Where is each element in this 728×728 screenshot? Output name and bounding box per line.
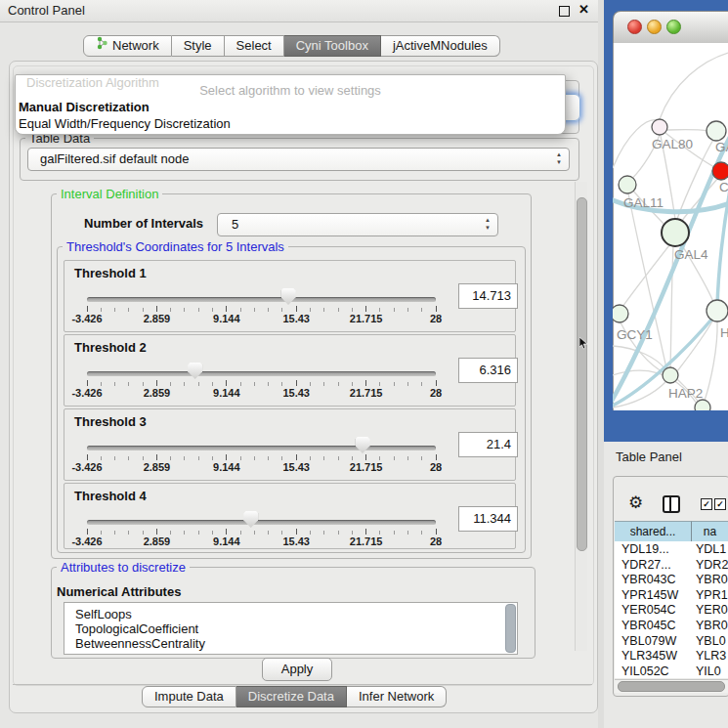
algorithm-dropdown-popup: Discretization Algorithm Select algorith… bbox=[15, 74, 566, 135]
table-cell-shared: YER054C bbox=[621, 603, 676, 617]
stepper-arrows-icon[interactable]: ▲▼ bbox=[556, 150, 562, 166]
gcy1-label: GCY1 bbox=[617, 327, 653, 342]
table-row[interactable]: YLR345WYLR3 bbox=[615, 649, 728, 664]
gear-icon[interactable]: ⚙ bbox=[628, 492, 643, 513]
tick-label: -3.426 bbox=[60, 461, 114, 473]
major-tick bbox=[365, 380, 366, 386]
tab-infer-network[interactable]: Infer Network bbox=[347, 686, 447, 707]
slider-track[interactable] bbox=[87, 371, 436, 376]
slider-track[interactable] bbox=[87, 446, 436, 450]
tab-cyni-toolbox[interactable]: Cyni Toolbox bbox=[284, 35, 381, 57]
table-hscrollbar-thumb[interactable] bbox=[618, 681, 725, 692]
column-layout-icon[interactable] bbox=[663, 495, 680, 513]
number-of-intervals-combobox[interactable]: 5 ▲▼ bbox=[217, 213, 498, 236]
tab-label: Cyni Toolbox bbox=[296, 36, 368, 56]
stepper-arrows-icon[interactable]: ▲▼ bbox=[485, 216, 491, 232]
minor-tick bbox=[184, 382, 185, 386]
tick-label: 21.715 bbox=[339, 387, 394, 399]
minimize-traffic-light-icon[interactable] bbox=[647, 20, 662, 34]
table-row[interactable]: YPR145WYPR1 bbox=[615, 588, 728, 604]
table-cell-name: YDR2 bbox=[696, 558, 728, 572]
tab-style[interactable]: Style bbox=[172, 35, 225, 57]
tick-label: 15.43 bbox=[269, 535, 323, 547]
tab-select[interactable]: Select bbox=[225, 35, 284, 57]
table-row[interactable]: YDR27...YDR2 bbox=[615, 558, 728, 574]
red-node bbox=[712, 162, 728, 180]
table-row[interactable]: YDL19...YDL1 bbox=[615, 542, 728, 558]
popup-item-equal-width-frequency[interactable]: Equal Width/Frequency Discretization bbox=[19, 116, 231, 131]
slider-handle[interactable] bbox=[243, 511, 258, 528]
threshold-box-3: Threshold 3-3.4262.8599.14415.4321.71528… bbox=[64, 408, 516, 481]
table-row[interactable]: YER054CYER0 bbox=[615, 603, 728, 619]
tab-jactivemnodules[interactable]: jActiveMNodules bbox=[381, 35, 500, 57]
apply-button[interactable]: Apply bbox=[262, 658, 332, 681]
table-cell-shared: YBR043C bbox=[621, 573, 676, 586]
close-icon[interactable]: ✕ bbox=[578, 2, 589, 17]
popup-item-manual-discretization[interactable]: Manual Discretization bbox=[19, 100, 150, 114]
top-right-node bbox=[707, 121, 726, 141]
minor-tick bbox=[394, 456, 395, 460]
threshold-value-field[interactable]: 21.4 bbox=[458, 432, 518, 457]
minor-tick bbox=[268, 531, 269, 535]
slider-handle[interactable] bbox=[188, 363, 202, 379]
major-tick bbox=[226, 529, 227, 535]
minor-tick bbox=[254, 531, 255, 535]
minor-tick bbox=[198, 382, 199, 386]
threshold-box-2: Threshold 2-3.4262.8599.14415.4321.71528… bbox=[64, 334, 516, 407]
minor-tick bbox=[281, 382, 282, 386]
settings-scrollbar-thumb[interactable] bbox=[577, 197, 587, 551]
zoom-traffic-light-icon[interactable] bbox=[666, 20, 681, 34]
table-row[interactable]: YBL079WYBL0 bbox=[615, 634, 728, 650]
minor-tick bbox=[170, 308, 171, 312]
major-tick bbox=[436, 380, 437, 386]
table-cell-shared: YDL19... bbox=[621, 542, 669, 556]
gal80-label: GAL80 bbox=[652, 137, 693, 151]
major-tick bbox=[296, 306, 297, 312]
slider-handle[interactable] bbox=[281, 288, 296, 305]
list-item[interactable]: SelfLoops bbox=[75, 607, 132, 621]
table-column-header-name[interactable]: na bbox=[692, 521, 728, 542]
numerical-attributes-list[interactable]: SelfLoopsTopologicalCoefficientBetweenne… bbox=[64, 602, 518, 655]
tab-discretize-data[interactable]: Discretize Data bbox=[236, 686, 347, 707]
checkbox-icon[interactable]: ✓ bbox=[701, 498, 712, 510]
minor-tick bbox=[101, 456, 102, 460]
slider-track[interactable] bbox=[87, 297, 436, 302]
bottom-tab-bar: Impute DataDiscretize DataInfer Network bbox=[142, 686, 447, 707]
major-tick bbox=[156, 529, 157, 535]
tab-label: Network bbox=[112, 36, 159, 56]
table-cell-name: YBR0 bbox=[696, 573, 728, 586]
close-traffic-light-icon[interactable] bbox=[627, 20, 642, 34]
threshold-value-field[interactable]: 11.344 bbox=[458, 506, 518, 532]
threshold-label: Threshold 3 bbox=[74, 414, 147, 429]
table-row[interactable]: YBR043CYBR0 bbox=[615, 573, 728, 588]
network-graph[interactable]: GAL80 GA C GAL11 GAL4 GCY1 H HAP2 bbox=[613, 43, 728, 410]
minor-tick bbox=[143, 531, 144, 535]
gal80-node bbox=[652, 119, 667, 135]
slider-track[interactable] bbox=[87, 520, 436, 525]
float-window-icon[interactable] bbox=[559, 6, 570, 17]
table-body[interactable]: YDL19...YDL1YDR27...YDR2YBR043CYBR0YPR14… bbox=[615, 541, 728, 678]
minor-tick bbox=[421, 456, 422, 460]
minor-tick bbox=[254, 308, 255, 312]
minor-tick bbox=[114, 308, 115, 312]
slider-handle[interactable] bbox=[356, 437, 370, 453]
attributes-list-scrollbar[interactable] bbox=[505, 604, 516, 653]
major-tick bbox=[87, 454, 88, 460]
tab-impute-data[interactable]: Impute Data bbox=[142, 686, 236, 707]
tick-label: 28 bbox=[408, 313, 463, 324]
table-row[interactable]: YBR045CYBR0 bbox=[615, 619, 728, 634]
checkbox-icon[interactable]: ✓ bbox=[714, 498, 726, 510]
tab-network[interactable]: Network bbox=[83, 35, 172, 57]
table-row[interactable]: YIL052CYIL0 bbox=[615, 664, 728, 678]
table-column-header-shared[interactable]: shared... bbox=[615, 521, 692, 542]
threshold-value-field[interactable]: 14.713 bbox=[458, 283, 518, 309]
list-item[interactable]: BetweennessCentrality bbox=[75, 636, 205, 650]
table-cell-name: YBL0 bbox=[696, 634, 726, 648]
minor-tick bbox=[310, 382, 311, 386]
h-node bbox=[707, 300, 728, 321]
list-item[interactable]: TopologicalCoefficient bbox=[75, 621, 198, 635]
tab-label: jActiveMNodules bbox=[393, 36, 488, 56]
table-data-combobox[interactable]: galFiltered.sif default node ▲▼ bbox=[27, 148, 570, 171]
threshold-value-field[interactable]: 6.316 bbox=[458, 358, 518, 383]
minor-tick bbox=[394, 308, 395, 312]
